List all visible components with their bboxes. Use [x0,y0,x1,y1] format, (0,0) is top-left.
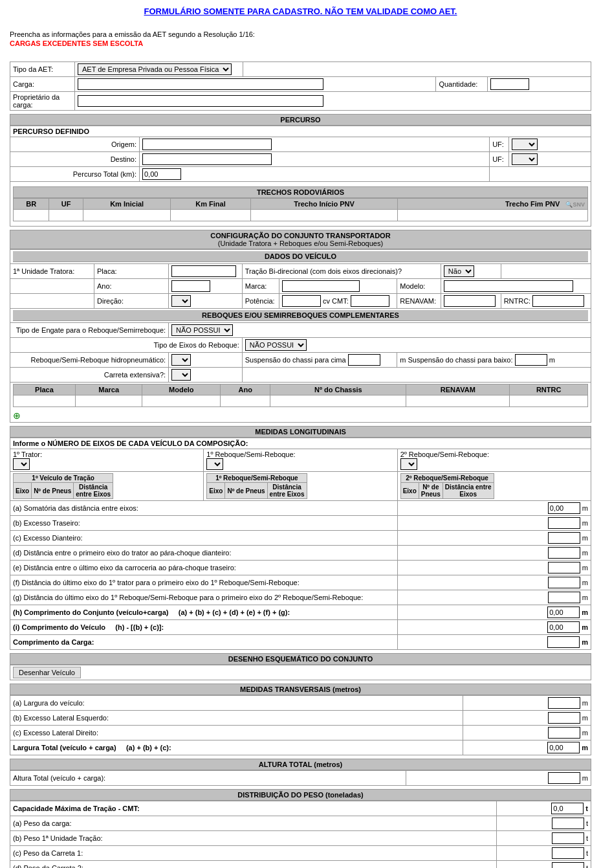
comprimento-carga-label: Comprimento da Carga: [10,635,398,650]
row-b-input[interactable] [548,517,580,529]
cmt-label: CMT: [332,297,349,305]
hidropneumatico-select[interactable] [171,354,191,366]
engate-label: Tipo de Engate para o Reboque/Semirreboq… [10,323,169,338]
row-f-input[interactable] [548,577,580,588]
subtitle2: CARGAS EXCEDENTES SEM ESCOLTA [10,39,591,47]
suspensao-baixo-input[interactable] [515,354,547,366]
eixo-col3: Eixo [400,483,419,499]
col-trecho-fim: Trecho Fim PNV 🔍SNV [398,199,588,210]
col-rntrc: RNTRC [510,384,588,395]
row-i-input[interactable] [547,621,580,633]
tracao-select[interactable]: Não Sim [444,265,474,277]
largura-input[interactable] [548,697,580,709]
ano-input[interactable] [171,280,210,292]
percurso-total-input[interactable] [142,168,181,180]
peso-carreta1-input[interactable] [552,847,584,859]
row-a-label: (a) Somatória das distância entre eixos: [10,501,398,516]
reboque2-table-header: 2º Reboque/Semi-Reboque [400,474,494,483]
distancia-col2: Distânciaentre Eixos [267,483,307,499]
origem-input[interactable] [142,139,272,150]
eixo-col1: Eixo [14,483,32,499]
desenhar-veiculo-button[interactable]: Desenhar Veículo [13,667,81,678]
tracao-label: Tração Bi-direcional (com dois eixos dir… [242,264,441,279]
subtitle1: Preencha as informações para a emissão d… [10,30,591,38]
cmt-value-input[interactable] [551,803,584,814]
carreta-select[interactable] [171,369,191,381]
excesso-esq-input[interactable] [548,712,580,724]
tipo-aet-select[interactable]: AET de Empresa Privada ou Pessoa Física [78,63,232,75]
tipo-aet-label: Tipo da AET: [10,62,75,77]
direcao-select[interactable] [171,295,191,307]
largura-total-input[interactable] [547,742,580,753]
uf-origem-select[interactable] [512,139,538,150]
proprietario-input[interactable] [78,95,323,107]
col-placa: Placa [14,384,76,395]
page-title: FORMULÁRIO SOMENTE PARA CADASTRO. NÃO TE… [10,6,591,16]
eixos-reboque-select[interactable]: NÃO POSSUI [245,339,307,351]
engate-select[interactable]: NÃO POSSUI [171,324,233,336]
config-header: CONFIGURAÇÃO DO CONJUNTO TRANSPORTADOR (… [10,230,591,249]
direcao-label: Direção: [94,294,169,309]
rntrc-label: RNTRC: [504,297,531,305]
potencia-label: Potência: [242,294,279,309]
marca-label: Marca: [242,279,279,294]
destino-label: Destino: [10,152,140,167]
row-d-input[interactable] [548,547,580,559]
npneus-col2: Nº de Pneus [225,483,267,499]
hidropneumatico-label: Reboque/Semi-Reboque hidropneumático: [10,353,169,368]
quantidade-input[interactable] [490,78,529,90]
col-km-final: Km Final [171,199,250,210]
peso-carreta2-input[interactable] [552,862,584,868]
carga-input[interactable] [78,78,323,90]
carga-label: Carga: [10,77,75,92]
cmt-input[interactable] [351,295,389,307]
renavam-input[interactable] [444,295,496,307]
potencia-input[interactable] [282,295,321,307]
destino-input[interactable] [142,153,272,165]
uf-label-destino: UF: [490,152,509,167]
excesso-dir-label: (c) Excesso Lateral Direito: [10,726,463,740]
row-g-input[interactable] [548,592,580,603]
peso-unidade-input[interactable] [552,832,584,844]
peso-carga-input[interactable] [552,818,584,829]
percurso-definido-label: PERCURSO DEFINIDO [10,126,591,137]
row-h-label: (h) Comprimento do Conjunto (veículo+car… [10,605,398,620]
eixo-col2: Eixo [207,483,225,499]
largura-total-label: Largura Total (veículo + carga) (a) + (b… [10,740,463,755]
unidade-label: 1ª Unidade Tratora: [10,264,94,279]
altura-header: ALTURA TOTAL (metros) [10,759,591,770]
reboque1-eixos-select[interactable] [206,458,223,470]
uf-destino-select[interactable] [512,153,538,165]
col-renavam: RENAVAM [406,384,510,395]
add-row-icon[interactable]: ⊕ [13,410,21,421]
row-h-input[interactable] [547,606,580,618]
reboques-header: REBOQUES E/OU SEMIRREBOQUES COMPLEMENTAR… [13,310,588,321]
reboque2-eixos-select[interactable] [400,458,417,470]
suspensao-baixo-label: m Suspensão do chassi para baixo: [400,356,512,364]
row-c-input[interactable] [548,532,580,544]
veiculo-tracao-header: 1º Veículo de Tração [14,474,113,483]
col-ano: Ano [221,384,270,395]
row-e-input[interactable] [548,562,580,573]
rntrc-input[interactable] [532,295,584,307]
marca-input[interactable] [282,280,360,292]
distancia-col3: Distância entreEixos [443,483,494,499]
dados-veiculo-header: DADOS DO VEÍCULO [13,251,588,262]
altura-total-input[interactable] [548,772,580,784]
excesso-dir-input[interactable] [548,727,580,739]
row-c-label: (c) Excesso Dianteiro: [10,531,398,546]
npneus-col1: Nº de Pneus [32,483,74,499]
config-subtitle: (Unidade Tratora + Reboques e/ou Semi-Re… [218,239,383,247]
comprimento-carga-input[interactable] [547,636,580,648]
peso-carreta2-label: (d) Peso da Carreta 2: [10,861,497,869]
npneus-col3: Nº dePneus [419,483,443,499]
col-marca: Marca [75,384,142,395]
row-a-input[interactable] [548,502,580,514]
suspensao-cima-input[interactable] [348,354,380,366]
ano-label: Ano: [94,279,169,294]
trator-eixos-select[interactable] [13,458,30,470]
modelo-input[interactable] [444,280,573,292]
medidas-long-header: MEDIDAS LONGITUDINAIS [10,426,591,438]
m-label: m [549,356,555,364]
placa-input[interactable] [171,265,236,277]
